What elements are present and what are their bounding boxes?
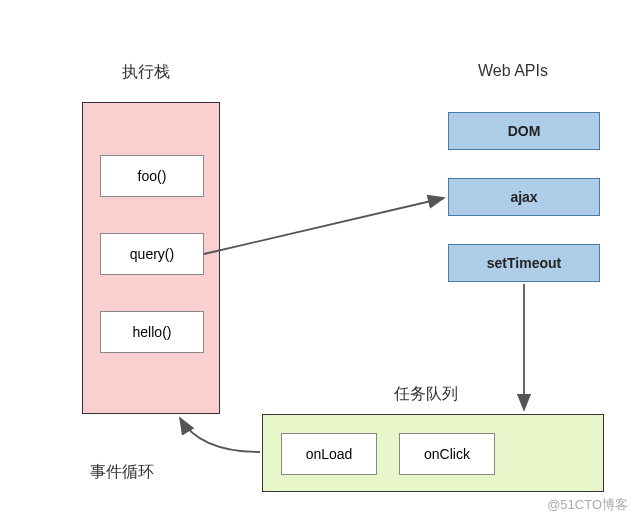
queue-title: 任务队列 [394,384,458,405]
stack-item: foo() [100,155,204,197]
event-loop-label: 事件循环 [90,462,154,483]
webapi-box: DOM [448,112,600,150]
stack-item: hello() [100,311,204,353]
arrow-stack-to-api [204,198,444,254]
arrow-queue-to-stack [180,418,260,452]
webapi-box: setTimeout [448,244,600,282]
webapi-box: ajax [448,178,600,216]
webapis-title: Web APIs [478,62,548,80]
queue-item: onClick [399,433,495,475]
task-queue: onLoad onClick [262,414,604,492]
stack-item: query() [100,233,204,275]
watermark: @51CTO博客 [547,496,628,514]
execution-stack: foo() query() hello() [82,102,220,414]
queue-item: onLoad [281,433,377,475]
stack-title: 执行栈 [122,62,170,83]
